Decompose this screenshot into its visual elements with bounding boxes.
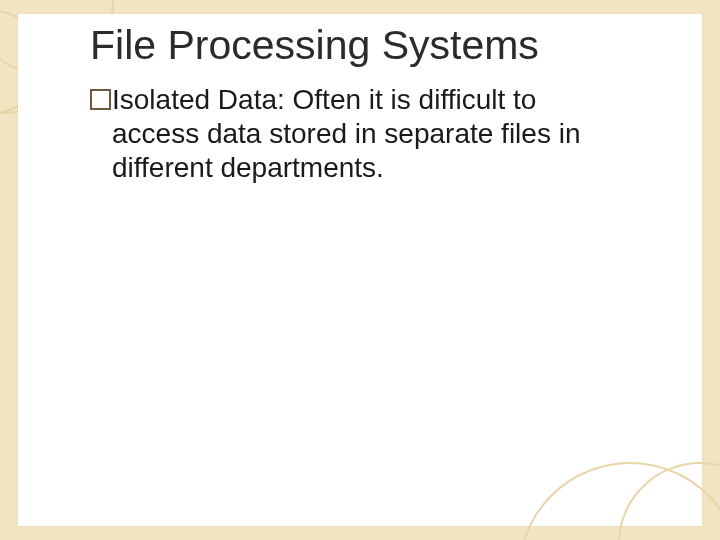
bullet-lead: Isolated Data: bbox=[112, 84, 285, 115]
bullet-item: Isolated Data: Often it is difficult to … bbox=[90, 83, 620, 185]
square-bullet-icon bbox=[90, 89, 111, 110]
slide-card: File Processing Systems Isolated Data: O… bbox=[18, 14, 702, 526]
slide-body: Isolated Data: Often it is difficult to … bbox=[90, 83, 620, 185]
slide-title: File Processing Systems bbox=[90, 22, 682, 69]
bullet-continuation: access data stored in separate files in … bbox=[112, 117, 620, 185]
slide-content: File Processing Systems Isolated Data: O… bbox=[90, 22, 682, 506]
bullet-text: Often it is difficult to bbox=[285, 84, 537, 115]
